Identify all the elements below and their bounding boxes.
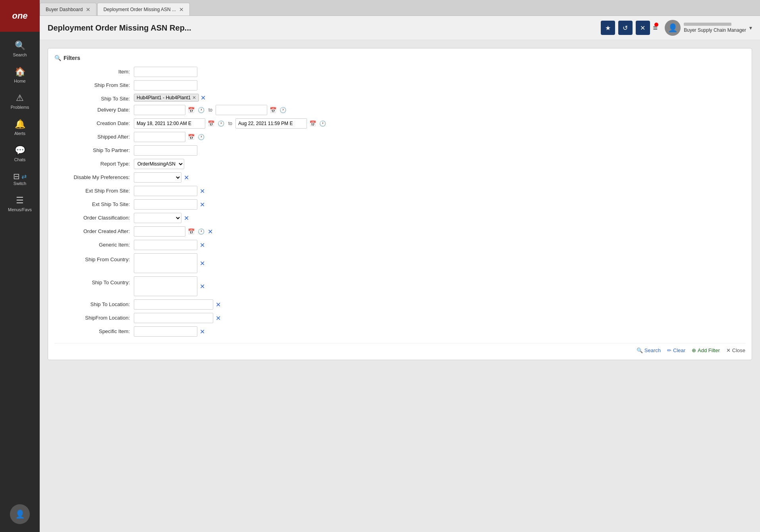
filter-control-ship-to-partner	[134, 145, 745, 156]
ext-ship-to-site-clear-btn[interactable]: ✕	[199, 200, 206, 209]
filter-control-ext-ship-to-site: ✕	[134, 199, 745, 210]
generic-item-input[interactable]	[134, 240, 197, 250]
specific-item-clear-btn[interactable]: ✕	[199, 327, 206, 336]
sidebar-item-alerts[interactable]: 🔔 Alerts	[0, 114, 40, 141]
filter-label-shipped-after: Shipped After:	[54, 132, 134, 140]
delivery-date-from-input[interactable]	[134, 105, 185, 115]
sidebar-user-avatar[interactable]: 👤	[10, 504, 30, 524]
ship-to-partner-input[interactable]	[134, 145, 197, 156]
creation-date-to-calendar-btn[interactable]: 📅	[309, 120, 317, 127]
order-created-after-clear-btn[interactable]: ✕	[207, 227, 214, 236]
page-title: Deployment Order Missing ASN Rep...	[48, 23, 601, 33]
generic-item-clear-btn[interactable]: ✕	[199, 241, 206, 250]
ship-to-site-tag: Hub4Plant1 - Hub4Plant1 ✕	[134, 94, 199, 102]
ship-from-country-input[interactable]	[134, 253, 197, 273]
filter-control-specific-item: ✕	[134, 326, 745, 337]
delivery-date-from-time-btn[interactable]: 🕐	[197, 106, 205, 114]
order-classification-clear-btn[interactable]: ✕	[183, 214, 190, 223]
delivery-date-from-calendar-btn[interactable]: 📅	[187, 106, 195, 114]
filter-row-ship-to-partner: Ship To Partner:	[54, 145, 745, 156]
sidebar-item-label: Problems	[11, 105, 29, 110]
tab-deployment-order[interactable]: Deployment Order Missing ASN ... ✕	[97, 3, 190, 15]
creation-date-from-calendar-btn[interactable]: 📅	[207, 120, 215, 127]
ship-to-country-clear-btn[interactable]: ✕	[199, 282, 206, 291]
sidebar-item-chats[interactable]: 💬 Chats	[0, 141, 40, 167]
creation-date-from-input[interactable]	[134, 118, 205, 129]
ship-to-location-clear-btn[interactable]: ✕	[215, 300, 222, 309]
sidebar-item-home[interactable]: 🏠 Home	[0, 62, 40, 88]
report-type-select[interactable]: OrderMissingASN	[134, 159, 184, 169]
user-dropdown-icon[interactable]: ▾	[749, 25, 752, 31]
close-page-button[interactable]: ✕	[636, 21, 650, 35]
filter-control-generic-item: ✕	[134, 240, 745, 250]
order-created-after-time-btn[interactable]: 🕐	[197, 227, 205, 235]
ext-ship-from-site-input[interactable]	[134, 186, 197, 196]
clear-button[interactable]: ✏ Clear	[667, 347, 685, 353]
date-to-separator: to	[207, 107, 214, 113]
order-classification-select[interactable]	[134, 213, 181, 223]
creation-date-to-time-btn[interactable]: 🕐	[318, 120, 327, 127]
shipfrom-location-clear-btn[interactable]: ✕	[215, 314, 222, 323]
tag-value: Hub4Plant1 - Hub4Plant1	[137, 95, 191, 100]
add-filter-label: Add Filter	[698, 347, 720, 353]
filter-row-ship-from-site: Ship From Site:	[54, 80, 745, 91]
creation-date-from-time-btn[interactable]: 🕐	[217, 120, 225, 127]
sidebar-item-problems[interactable]: ⚠ Problems	[0, 88, 40, 114]
shipfrom-location-input[interactable]	[134, 313, 213, 323]
search-button[interactable]: 🔍 Search	[637, 347, 661, 353]
filter-row-specific-item: Specific Item: ✕	[54, 326, 745, 337]
shipped-after-time-btn[interactable]: 🕐	[197, 133, 205, 141]
close-icon: ✕	[640, 24, 645, 32]
tab-label: Deployment Order Missing ASN ...	[103, 7, 176, 12]
order-created-after-input[interactable]	[134, 226, 185, 237]
filter-control-item	[134, 67, 745, 77]
tab-label: Buyer Dashboard	[46, 7, 83, 12]
filter-row-ship-to-site: Ship To Site: Hub4Plant1 - Hub4Plant1 ✕ …	[54, 94, 745, 102]
shipped-after-calendar-btn[interactable]: 📅	[187, 133, 195, 141]
ship-to-location-input[interactable]	[134, 299, 213, 310]
close-filters-button[interactable]: ✕ Close	[726, 347, 745, 353]
sidebar-item-switch[interactable]: ⊟ ⇄ Switch	[0, 167, 40, 191]
ship-from-country-clear-btn[interactable]: ✕	[199, 259, 206, 268]
item-input[interactable]	[134, 67, 197, 77]
sidebar-item-search[interactable]: 🔍 Search	[0, 36, 40, 62]
filter-control-ship-to-country: ✕	[134, 276, 745, 296]
filter-label-generic-item: Generic Item:	[54, 240, 134, 248]
header-menu-button[interactable]: ≡	[653, 23, 658, 33]
sidebar-item-label: Menus/Favs	[8, 207, 32, 212]
filter-control-report-type: OrderMissingASN	[134, 159, 745, 169]
delivery-date-to-calendar-btn[interactable]: 📅	[269, 106, 277, 114]
main-area: Buyer Dashboard ✕ Deployment Order Missi…	[40, 0, 760, 532]
tab-buyer-dashboard[interactable]: Buyer Dashboard ✕	[40, 3, 96, 15]
disable-my-pref-select[interactable]	[134, 172, 181, 183]
sidebar: one 🔍 Search 🏠 Home ⚠ Problems 🔔 Alerts …	[0, 0, 40, 532]
specific-item-input[interactable]	[134, 326, 197, 337]
ship-from-site-input[interactable]	[134, 80, 197, 91]
ext-ship-from-site-clear-btn[interactable]: ✕	[199, 187, 206, 196]
app-logo[interactable]: one	[0, 0, 40, 32]
delivery-date-to-input[interactable]	[216, 105, 267, 115]
order-created-after-calendar-btn[interactable]: 📅	[187, 227, 195, 235]
filter-row-item: Item:	[54, 67, 745, 77]
filter-row-generic-item: Generic Item: ✕	[54, 240, 745, 250]
creation-date-to-input[interactable]	[235, 118, 307, 129]
tab-close-buyer-dashboard[interactable]: ✕	[86, 6, 91, 13]
disable-my-pref-clear-btn[interactable]: ✕	[183, 173, 190, 182]
refresh-button[interactable]: ↺	[618, 21, 633, 35]
tag-remove-button[interactable]: ✕	[192, 95, 196, 100]
shipped-after-input[interactable]	[134, 132, 185, 142]
tab-close-deployment-order[interactable]: ✕	[179, 6, 184, 13]
filter-label-shipfrom-location: ShipFrom Location:	[54, 313, 134, 321]
user-section: 👤 Buyer Supply Chain Manager ▾	[665, 20, 752, 36]
filter-row-shipfrom-location: ShipFrom Location: ✕	[54, 313, 745, 323]
filter-control-order-created-after: 📅 🕐 ✕	[134, 226, 745, 237]
filter-label-ship-to-location: Ship To Location:	[54, 299, 134, 307]
ship-to-site-clear-btn[interactable]: ✕	[201, 94, 206, 102]
chat-icon: 💬	[15, 145, 25, 156]
ext-ship-to-site-input[interactable]	[134, 199, 197, 210]
delivery-date-to-time-btn[interactable]: 🕐	[279, 106, 287, 114]
ship-to-country-input[interactable]	[134, 276, 197, 296]
add-filter-button[interactable]: ⊕ Add Filter	[692, 347, 720, 353]
sidebar-item-menus[interactable]: ☰ Menus/Favs	[0, 191, 40, 217]
favorite-button[interactable]: ★	[601, 21, 615, 35]
